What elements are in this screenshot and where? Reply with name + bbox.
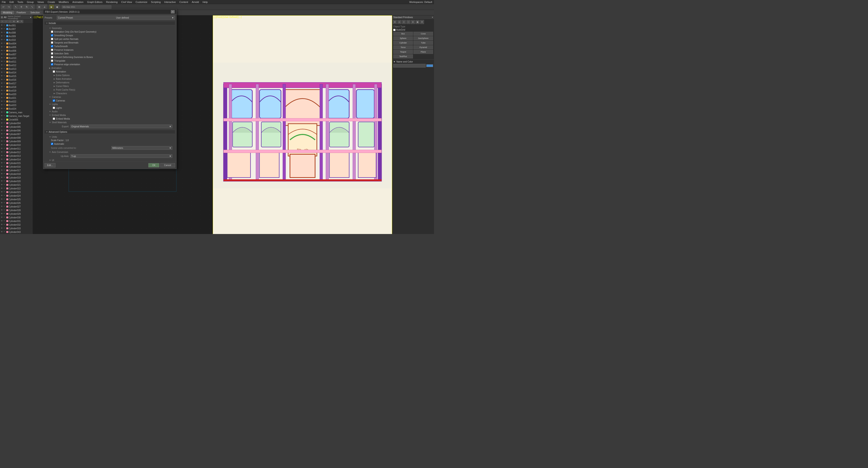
tree-item[interactable]: 👁❄Cylinder009 bbox=[0, 140, 33, 143]
cameras-subsection[interactable]: ▼ Cameras bbox=[47, 95, 172, 99]
scene-filter-icon[interactable]: ▼ bbox=[30, 16, 32, 19]
ui-subsection[interactable]: ▼ UI bbox=[47, 158, 172, 162]
chk-preserve-instances-input[interactable] bbox=[51, 49, 53, 51]
shell-materials-subsection[interactable]: ▼ Shell Materials bbox=[47, 120, 172, 124]
visibility-icon[interactable]: 👁 bbox=[1, 39, 3, 41]
rp-icon-2[interactable]: ◎ bbox=[397, 20, 401, 24]
tree-item[interactable]: 👁❄Box019 bbox=[0, 89, 33, 92]
chk-automatic-input[interactable] bbox=[51, 143, 53, 145]
chk-tangents-input[interactable] bbox=[51, 41, 53, 44]
tree-item[interactable]: 👁❄Box012 bbox=[0, 63, 33, 67]
tree-item[interactable]: 👁❄Cylinder044 bbox=[0, 234, 33, 234]
rp-icon-3[interactable]: ⊙ bbox=[402, 20, 406, 24]
visibility-icon[interactable]: 👁 bbox=[1, 158, 3, 160]
visibility-icon[interactable]: 👁 bbox=[1, 53, 3, 56]
pyramid-btn[interactable]: Pyramid bbox=[413, 45, 433, 49]
menu-scripting[interactable]: Scripting bbox=[150, 1, 162, 3]
tree-item[interactable]: 👁❄Box011 bbox=[0, 60, 33, 63]
sphere-btn[interactable]: Sphere bbox=[393, 36, 413, 40]
torus-btn[interactable]: Torus bbox=[393, 45, 413, 49]
chk-lights-input[interactable] bbox=[53, 107, 55, 109]
visibility-icon[interactable]: 👁 bbox=[1, 187, 3, 189]
tree-item[interactable]: 👁❄Cylinder026 bbox=[0, 201, 33, 205]
tree-item[interactable]: 👁❄Cylinder030 bbox=[0, 216, 33, 219]
tree-item[interactable]: 👁❄Cylinder019 bbox=[0, 176, 33, 179]
tree-item[interactable]: 👁❄Cylinder029 bbox=[0, 212, 33, 216]
rp-icon-6[interactable]: ▣ bbox=[415, 20, 420, 24]
visibility-icon[interactable]: 👁 bbox=[1, 137, 3, 139]
visibility-icon[interactable]: 👁 bbox=[1, 122, 3, 124]
visibility-icon[interactable]: 👁 bbox=[1, 144, 3, 146]
chk-preserve-edge-input[interactable] bbox=[51, 63, 53, 65]
menu-civil-view[interactable]: Civil View bbox=[120, 1, 133, 3]
menu-edit[interactable]: Edit bbox=[9, 1, 15, 3]
tree-item[interactable]: 👁❄Cylinder017 bbox=[0, 169, 33, 172]
tree-item[interactable]: 👁❄Cylinder020 bbox=[0, 179, 33, 183]
redo-btn[interactable]: ↪ bbox=[6, 4, 11, 9]
teapot-btn[interactable]: Teapot bbox=[393, 50, 413, 54]
tree-item[interactable]: 👁❄Camera_man bbox=[0, 111, 33, 114]
menu-animation[interactable]: Animation bbox=[71, 1, 85, 3]
visibility-icon[interactable]: 👁 bbox=[1, 100, 3, 103]
tree-item[interactable]: 👁❄Box016 bbox=[0, 78, 33, 82]
up-axis-dropdown[interactable]: Y-up ▼ bbox=[70, 154, 172, 158]
visibility-icon[interactable]: 👁 bbox=[1, 216, 3, 218]
visibility-icon[interactable]: 👁 bbox=[1, 155, 3, 157]
visibility-icon[interactable]: 👁 bbox=[1, 166, 3, 168]
visibility-icon[interactable]: 👁 bbox=[1, 191, 3, 193]
lights-subsection[interactable]: ▼ Lights bbox=[47, 103, 172, 106]
units-subsection[interactable]: ▼ Units bbox=[47, 135, 172, 139]
visibility-icon[interactable]: 👁 bbox=[1, 202, 3, 204]
file-path-input[interactable]: 3ds Max 2021 bbox=[62, 5, 112, 9]
undo-btn[interactable]: ↩ bbox=[1, 4, 6, 9]
object-name-input[interactable] bbox=[393, 64, 426, 67]
visibility-icon[interactable]: 👁 bbox=[1, 115, 3, 117]
tree-item[interactable]: 👁❄Box004 bbox=[0, 42, 33, 45]
menu-arnold[interactable]: Arnold bbox=[191, 1, 200, 3]
tab-modeling[interactable]: Modeling bbox=[1, 11, 14, 15]
visibility-icon[interactable]: 👁 bbox=[1, 108, 3, 110]
menu-help[interactable]: Help bbox=[202, 1, 209, 3]
viewport-top-right[interactable]: [·] [Front] [User Defined] [...] bbox=[213, 16, 392, 234]
rp-icon-4[interactable]: ⬡ bbox=[406, 20, 410, 24]
visibility-icon[interactable]: 👁 bbox=[1, 75, 3, 77]
chk-deforming-dummies-input[interactable] bbox=[51, 56, 53, 58]
menu-create[interactable]: Create bbox=[46, 1, 56, 3]
visibility-icon[interactable]: 👁 bbox=[1, 173, 3, 175]
snap-btn[interactable]: ⊞ bbox=[37, 4, 42, 9]
angle-snap-btn[interactable]: ∠ bbox=[42, 4, 47, 9]
textplus-btn[interactable]: TextPlus bbox=[393, 54, 413, 58]
scene-toolbar-btn-4[interactable]: ⊕ bbox=[12, 20, 16, 23]
select-btn[interactable]: ↖ bbox=[13, 4, 18, 9]
visibility-icon[interactable]: 👁 bbox=[1, 35, 3, 37]
render-btn[interactable]: ▶ bbox=[49, 4, 54, 9]
menu-group[interactable]: Group bbox=[26, 1, 35, 3]
tree-item[interactable]: 👁❄Cylinder012 bbox=[0, 150, 33, 154]
tree-item[interactable]: 👁❄Cylinder013 bbox=[0, 154, 33, 158]
tree-item[interactable]: 👁❄Camera_man.Target bbox=[0, 114, 33, 118]
tree-item[interactable]: 👁❄Cylinder021 bbox=[0, 183, 33, 187]
visibility-icon[interactable]: 👁 bbox=[1, 129, 3, 131]
tree-item[interactable]: 👁❄Box015 bbox=[0, 74, 33, 78]
visibility-icon[interactable]: 👁 bbox=[1, 205, 3, 208]
visibility-icon[interactable]: 👁 bbox=[1, 46, 3, 48]
tree-item[interactable]: 👁❄Box020 bbox=[0, 92, 33, 96]
section-advanced[interactable]: ▼ Advanced Options bbox=[44, 130, 175, 134]
tree-item[interactable]: 👁❄Arc008 bbox=[0, 31, 33, 34]
scene-toolbar-btn-3[interactable]: ↕ bbox=[8, 20, 12, 23]
visibility-icon[interactable]: 👁 bbox=[1, 198, 3, 201]
visibility-icon[interactable]: 👁 bbox=[1, 227, 3, 230]
rp-icon-7[interactable]: ⚙ bbox=[420, 20, 424, 24]
menu-customize[interactable]: Customize bbox=[135, 1, 148, 3]
visibility-icon[interactable]: 👁 bbox=[1, 151, 3, 153]
audio-subsection[interactable]: ▼ Audio bbox=[47, 110, 172, 113]
visibility-icon[interactable]: 👁 bbox=[1, 97, 3, 99]
visibility-icon[interactable]: 👁 bbox=[1, 195, 3, 197]
rp-icon-1[interactable]: ⊞ bbox=[393, 20, 397, 24]
tree-item[interactable]: 👁❄Cylinder025 bbox=[0, 198, 33, 201]
tree-item[interactable]: 👁❄Cylinder014 bbox=[0, 158, 33, 161]
chk-triangulate-input[interactable] bbox=[51, 60, 53, 62]
geometry-subsection[interactable]: ▼ Geometry bbox=[47, 26, 172, 30]
tree-item[interactable]: 👁❄Cylinder028 bbox=[0, 208, 33, 212]
tree-item[interactable]: 👁❄Box007 bbox=[0, 53, 33, 56]
